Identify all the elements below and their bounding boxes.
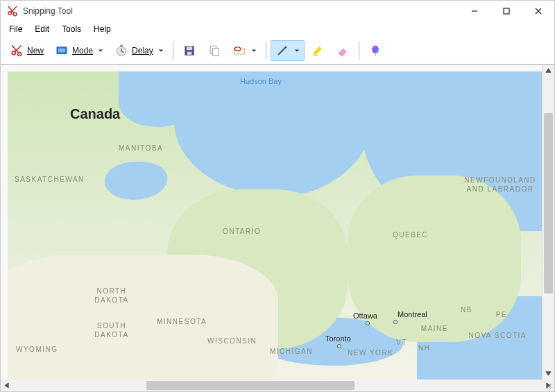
scroll-down-button[interactable] <box>543 368 554 380</box>
city-dot-montreal <box>393 320 398 324</box>
menu-bar: File Edit Tools Help <box>1 22 554 37</box>
svg-rect-13 <box>212 48 218 56</box>
clock-icon <box>114 44 128 58</box>
svg-rect-11 <box>187 51 191 54</box>
scrollbar-thumb[interactable] <box>544 113 553 293</box>
svg-rect-6 <box>58 48 65 52</box>
mode-icon <box>55 44 69 58</box>
map-land <box>8 255 278 380</box>
highlighter-button[interactable] <box>306 40 330 61</box>
chevron-down-icon <box>251 46 257 56</box>
menu-edit[interactable]: Edit <box>29 23 55 35</box>
menu-help[interactable]: Help <box>88 23 117 35</box>
map-label-country: Canada <box>70 106 120 122</box>
viewport: Canada Hudson Bay MANITOBA SASKATCHEWAN … <box>1 65 554 380</box>
close-button[interactable] <box>522 1 554 22</box>
scrollbar-thumb[interactable] <box>146 381 355 390</box>
toolbar-separator <box>359 42 359 60</box>
eraser-icon <box>336 44 350 58</box>
horizontal-scrollbar[interactable] <box>1 380 554 391</box>
window-title: Snipping Tool <box>23 6 73 16</box>
map-label-saskatchewan: SASKATCHEWAN <box>15 176 85 183</box>
window-controls <box>459 1 554 22</box>
maximize-button[interactable] <box>490 1 522 22</box>
mode-label: Mode <box>72 46 93 56</box>
svg-point-16 <box>372 45 379 53</box>
save-icon <box>182 44 196 58</box>
svg-point-14 <box>234 46 240 50</box>
title-bar: Snipping Tool <box>1 1 554 22</box>
city-dot-toronto <box>337 344 341 348</box>
copy-icon <box>207 44 221 58</box>
new-label: New <box>27 46 44 56</box>
eraser-button[interactable] <box>331 40 355 61</box>
delay-label: Delay <box>132 46 153 56</box>
resize-grip[interactable] <box>543 380 554 391</box>
menu-tools[interactable]: Tools <box>56 23 87 35</box>
scissors-icon <box>10 44 24 58</box>
scroll-up-button[interactable] <box>543 65 554 76</box>
minimize-button[interactable] <box>459 1 490 22</box>
vertical-scrollbar[interactable] <box>543 65 554 380</box>
send-button[interactable] <box>228 40 262 61</box>
city-dot-ottawa <box>366 321 370 325</box>
chevron-down-icon <box>98 46 103 56</box>
balloon-icon <box>368 44 382 58</box>
mode-button[interactable]: Mode <box>50 40 108 61</box>
toolbar-separator <box>173 42 173 60</box>
svg-rect-10 <box>187 46 192 50</box>
svg-rect-2 <box>504 8 509 14</box>
chevron-down-icon <box>158 46 164 56</box>
new-button[interactable]: New <box>5 40 49 61</box>
svg-rect-15 <box>313 54 318 56</box>
toolbar: New Mode Delay <box>1 37 554 65</box>
canvas[interactable]: Canada Hudson Bay MANITOBA SASKATCHEWAN … <box>1 65 543 380</box>
map-land <box>348 176 521 342</box>
svg-rect-8 <box>120 44 122 46</box>
snip-image: Canada Hudson Bay MANITOBA SASKATCHEWAN … <box>8 71 542 380</box>
app-icon <box>6 5 19 17</box>
pen-button[interactable] <box>271 40 305 61</box>
scroll-left-button[interactable] <box>1 380 12 391</box>
envelope-icon <box>232 44 246 58</box>
copy-button[interactable] <box>203 40 226 61</box>
map-water <box>174 71 375 196</box>
menu-file[interactable]: File <box>3 23 28 35</box>
paint3d-button[interactable] <box>364 40 387 61</box>
map-label-manitoba: MANITOBA <box>119 144 163 152</box>
save-button[interactable] <box>178 40 201 61</box>
chevron-down-icon <box>294 46 300 56</box>
toolbar-separator <box>266 42 266 60</box>
map-water <box>105 162 167 200</box>
pen-icon <box>275 44 289 58</box>
highlighter-icon <box>311 44 325 58</box>
delay-button[interactable]: Delay <box>110 40 169 61</box>
